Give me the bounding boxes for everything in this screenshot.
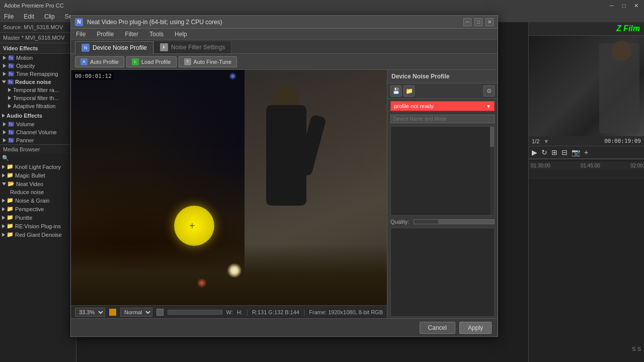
- fx-badge: fx: [8, 71, 14, 76]
- folder-knoll[interactable]: 📁 Knoll Light Factory: [0, 162, 76, 171]
- effect-temporal-rad[interactable]: Temporal filter ra...: [0, 86, 76, 94]
- menu-clip[interactable]: Clip: [42, 12, 57, 21]
- folder-revision[interactable]: 📁 RE:Vision Plug-ins: [0, 222, 76, 230]
- folder-red-giant[interactable]: 📁 Red Giant Denoise: [0, 230, 76, 239]
- folder-icon: 📁: [7, 223, 14, 229]
- settings-icon[interactable]: [156, 309, 164, 316]
- tab-label: Device Noise Profile: [93, 44, 147, 51]
- dialog-menu-profile[interactable]: Profile: [95, 30, 116, 39]
- tab-noise-filter-settings[interactable]: F Noise Filter Settings: [153, 41, 231, 53]
- minimize-btn[interactable]: ─: [608, 3, 616, 9]
- timeline-track: [529, 169, 644, 178]
- effect-temporal-th[interactable]: Temporal filter th...: [0, 94, 76, 102]
- expand-icon: [2, 207, 5, 211]
- frame-info: Frame: 1920x1080, 8-bit RGB: [309, 309, 383, 315]
- profile-select[interactable]: profile not ready ▼: [390, 101, 495, 111]
- effect-volume[interactable]: fx Volume: [0, 120, 76, 128]
- dialog-right-panel: Device Noise Profile 💾 📁 ⚙ profile not r…: [387, 70, 498, 318]
- noise-preview-area: [390, 126, 495, 216]
- scrollbar-vertical[interactable]: [490, 127, 494, 215]
- auto-fine-tune-button[interactable]: T Auto Fine-Tune: [179, 56, 237, 67]
- premiere-topbar: Adobe Premiere Pro CC ─ □ ✕: [0, 0, 644, 11]
- panel-toolbar: 💾 📁 ⚙: [387, 83, 498, 99]
- effect-channel-volume[interactable]: fx Channel Volume: [0, 128, 76, 136]
- search-bar: 🔍: [0, 154, 76, 162]
- dialog-menu-help[interactable]: Help: [173, 30, 189, 39]
- dialog-close-btn[interactable]: ✕: [486, 18, 494, 26]
- dialog-menu-tools[interactable]: Tools: [147, 30, 166, 39]
- auto-profile-button[interactable]: A Auto Profile: [75, 56, 124, 67]
- folder-icon: 📁: [7, 163, 14, 170]
- s-indicator: S S: [632, 346, 641, 352]
- dialog-title: Neat Video Pro plug-in (64-bit; using 2 …: [87, 19, 222, 26]
- scrollbar-thumb: [490, 127, 494, 147]
- time-label: 01:45:00: [581, 163, 600, 168]
- search-icon: 🔍: [2, 155, 9, 161]
- auto-profile-icon: A: [80, 58, 88, 65]
- right-panel: Z Film 1/2 ▼ 00:00:19:09 ▶ ↻ ⊞ ⊟ 📷 + 01:…: [528, 22, 644, 362]
- folder-label: Perspective: [15, 206, 44, 212]
- effect-time-remapping[interactable]: fx Time Remapping: [0, 70, 76, 78]
- video-preview[interactable]: + 00:00:01:12 33.3% Normal: [71, 70, 387, 318]
- selection-circle[interactable]: +: [174, 206, 214, 246]
- audio-effects-header[interactable]: Audio Effects: [0, 111, 76, 120]
- expand-icon: [2, 233, 5, 237]
- folder-magic-bullet[interactable]: 📁 Magic Bullet: [0, 171, 76, 179]
- z-film-label: Z Film: [616, 24, 640, 33]
- panel-folder-btn[interactable]: 📁: [404, 85, 415, 97]
- blue-light: [229, 72, 236, 80]
- reduce-noise-section[interactable]: fx Reduce noise: [0, 78, 76, 86]
- cancel-button[interactable]: Cancel: [420, 322, 455, 334]
- effect-panner[interactable]: fx Panner: [0, 136, 76, 144]
- folder-reduce-noise[interactable]: Reduce noise: [0, 188, 76, 196]
- w-label: W:: [226, 309, 233, 315]
- time-label: 01:30:00: [531, 163, 550, 168]
- camera-button[interactable]: 📷: [572, 148, 580, 156]
- master-label: Master * MVI_6318.MOV: [0, 33, 76, 43]
- dialog-minimize-btn[interactable]: ─: [463, 18, 471, 26]
- light-flare: [227, 263, 242, 278]
- premiere-window-controls: ─ □ ✕: [608, 3, 640, 9]
- effect-adaptive[interactable]: Adaptive filtration: [0, 102, 76, 110]
- separator: |: [247, 309, 248, 316]
- play-button[interactable]: ▶: [532, 148, 537, 156]
- maximize-btn[interactable]: □: [620, 3, 628, 9]
- device-name-field[interactable]: [390, 115, 495, 123]
- folder-noise-grain[interactable]: 📁 Noise & Grain: [0, 196, 76, 205]
- timecode-overlay: 00:00:01:12: [73, 72, 114, 80]
- person-figure: [251, 85, 327, 261]
- effect-motion[interactable]: fx Motion: [0, 54, 76, 62]
- add-marker-button[interactable]: +: [584, 148, 588, 156]
- mark-in-button[interactable]: ⊞: [551, 148, 557, 156]
- apply-button[interactable]: Apply: [459, 322, 492, 334]
- panel-settings-btn[interactable]: ⚙: [484, 85, 495, 97]
- folder-neat-video[interactable]: 📂 Neat Video: [0, 179, 76, 188]
- video-effects-header: Video Effects: [0, 43, 76, 54]
- load-profile-label: Load Profile: [141, 59, 171, 65]
- dialog-toolbar: A Auto Profile L Load Profile T Auto Fin…: [71, 54, 498, 70]
- zoom-selector[interactable]: 33.3%: [75, 308, 105, 317]
- audio-effects-label: Audio Effects: [7, 113, 42, 119]
- effect-label: Temporal filter th...: [13, 95, 58, 101]
- collapse-icon: [2, 183, 6, 186]
- view-mode-selector[interactable]: Normal: [120, 308, 152, 317]
- expand-icon: [2, 114, 5, 118]
- panel-save-btn[interactable]: 💾: [390, 85, 401, 97]
- effect-label: Panner: [16, 137, 34, 143]
- menu-edit[interactable]: Edit: [22, 12, 36, 21]
- folder-icon: 📁: [7, 206, 14, 212]
- expand-icon: [2, 224, 5, 228]
- effect-opacity[interactable]: fx Opacity: [0, 62, 76, 70]
- dialog-menu-file[interactable]: File: [74, 30, 88, 39]
- loop-button[interactable]: ↻: [541, 148, 547, 156]
- folder-piuntte[interactable]: 📁 Piuntte: [0, 213, 76, 222]
- folder-perspective[interactable]: 📁 Perspective: [0, 205, 76, 213]
- dialog-menu-filter[interactable]: Filter: [123, 30, 140, 39]
- expand-icon: [2, 165, 5, 169]
- menu-file[interactable]: File: [2, 12, 16, 21]
- mark-out-button[interactable]: ⊟: [561, 148, 568, 156]
- dialog-maximize-btn[interactable]: □: [474, 18, 482, 26]
- tab-device-noise-profile[interactable]: N Device Noise Profile: [75, 41, 153, 54]
- close-btn[interactable]: ✕: [632, 3, 640, 9]
- load-profile-button[interactable]: L Load Profile: [126, 56, 177, 67]
